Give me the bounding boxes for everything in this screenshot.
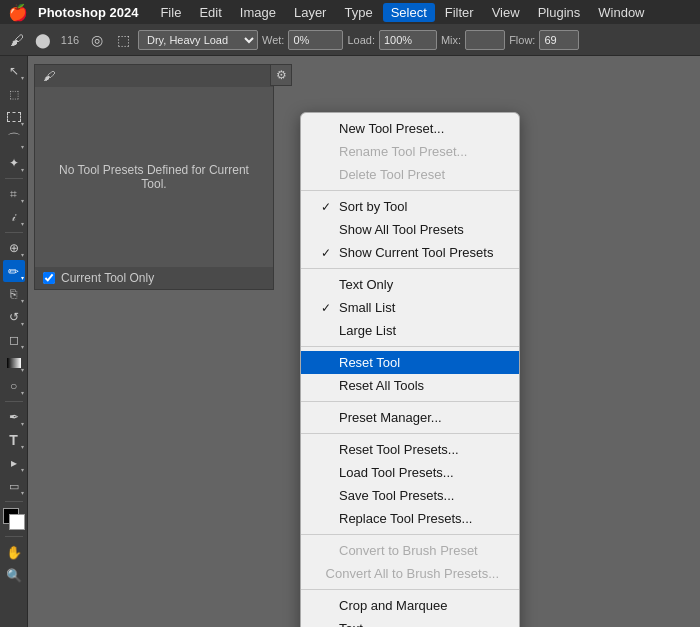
menu-reset-all-tools[interactable]: Reset All Tools — [301, 374, 519, 397]
color-swatch[interactable] — [3, 508, 25, 530]
current-tool-only-checkbox[interactable] — [43, 272, 55, 284]
wet-label: Wet: — [262, 34, 284, 46]
menu-select[interactable]: Select — [383, 3, 435, 22]
tool-brush[interactable]: ✏▾ — [3, 260, 25, 282]
menu-replace-tool-presets[interactable]: Replace Tool Presets... — [301, 507, 519, 530]
brush-hardness-icon[interactable]: ◎ — [86, 29, 108, 51]
menu-layer[interactable]: Layer — [286, 3, 335, 22]
menu-type[interactable]: Type — [336, 3, 380, 22]
gear-icon: ⚙ — [276, 68, 287, 82]
separator-1 — [301, 190, 519, 191]
menu-rename-tool-preset[interactable]: Rename Tool Preset... — [301, 140, 519, 163]
panel-footer: Current Tool Only — [35, 267, 273, 289]
tool-preset-panel: 🖌 No Tool Presets Defined for Current To… — [34, 64, 274, 290]
tool-type[interactable]: T▾ — [3, 429, 25, 451]
menu-convert-all-brush[interactable]: Convert All to Brush Presets... — [301, 562, 519, 585]
toolbar-separator-5 — [5, 536, 23, 537]
options-toolbar: 🖌 ⬤ 116 ◎ ⬚ Dry, Heavy Load Wet: Load: M… — [0, 24, 700, 56]
panel-header: 🖌 — [35, 65, 273, 87]
tool-shape[interactable]: ▭▾ — [3, 475, 25, 497]
menu-file[interactable]: File — [152, 3, 189, 22]
menu-sort-by-tool[interactable]: ✓ Sort by Tool — [301, 195, 519, 218]
tool-gradient[interactable]: ▾ — [3, 352, 25, 374]
tool-marquee[interactable]: ▾ — [3, 106, 25, 128]
menu-edit[interactable]: Edit — [191, 3, 229, 22]
tool-artboard[interactable]: ⬚ — [3, 83, 25, 105]
background-color[interactable] — [9, 514, 25, 530]
wet-input[interactable] — [288, 30, 343, 50]
apple-icon[interactable]: 🍎 — [8, 3, 28, 22]
menu-reset-tool-presets[interactable]: Reset Tool Presets... — [301, 438, 519, 461]
menu-window[interactable]: Window — [590, 3, 652, 22]
menu-reset-tool[interactable]: Reset Tool — [301, 351, 519, 374]
menu-plugins[interactable]: Plugins — [530, 3, 589, 22]
left-toolbar: ↖▾ ⬚ ▾ ⌒▾ ✦▾ ⌗▾ 𝒾▾ ⊕▾ ✏▾ ⎘▾ ↺ — [0, 56, 28, 627]
tool-clone-stamp[interactable]: ⎘▾ — [3, 283, 25, 305]
tool-hand[interactable]: ✋ — [3, 541, 25, 563]
separator-6 — [301, 534, 519, 535]
check-sort: ✓ — [321, 200, 335, 214]
tool-magic-wand[interactable]: ✦▾ — [3, 152, 25, 174]
brush-size-icon[interactable]: ⬤ — [32, 29, 54, 51]
brush-mode-icon[interactable]: ⬚ — [112, 29, 134, 51]
brush-icon: 🖌 — [43, 69, 55, 83]
mix-label: Mix: — [441, 34, 461, 46]
tool-path-selection[interactable]: ▸▾ — [3, 452, 25, 474]
tool-eyedropper[interactable]: 𝒾▾ — [3, 206, 25, 228]
load-label: Load: — [347, 34, 375, 46]
menu-text-only[interactable]: Text Only — [301, 273, 519, 296]
tool-preset-picker[interactable]: 🖌 — [6, 29, 28, 51]
separator-7 — [301, 589, 519, 590]
app-name: Photoshop 2024 — [38, 5, 138, 20]
separator-2 — [301, 268, 519, 269]
preset-dropdown[interactable]: Dry, Heavy Load — [138, 30, 258, 50]
brush-size-value: 116 — [58, 34, 82, 46]
toolbar-separator-1 — [5, 178, 23, 179]
main-area: ↖▾ ⬚ ▾ ⌒▾ ✦▾ ⌗▾ 𝒾▾ ⊕▾ ✏▾ ⎘▾ ↺ — [0, 56, 700, 627]
menu-delete-tool-preset[interactable]: Delete Tool Preset — [301, 163, 519, 186]
menu-image[interactable]: Image — [232, 3, 284, 22]
menu-small-list[interactable]: ✓ Small List — [301, 296, 519, 319]
toolbar-separator-4 — [5, 501, 23, 502]
toolbar-separator-2 — [5, 232, 23, 233]
menu-load-tool-presets[interactable]: Load Tool Presets... — [301, 461, 519, 484]
menu-show-all[interactable]: Show All Tool Presets — [301, 218, 519, 241]
tool-blur[interactable]: ○▾ — [3, 375, 25, 397]
tool-healing[interactable]: ⊕▾ — [3, 237, 25, 259]
toolbar-separator-3 — [5, 401, 23, 402]
menu-preset-manager[interactable]: Preset Manager... — [301, 406, 519, 429]
separator-5 — [301, 433, 519, 434]
tool-zoom[interactable]: 🔍 — [3, 564, 25, 586]
menu-crop-marquee[interactable]: Crop and Marquee — [301, 594, 519, 617]
check-small-list: ✓ — [321, 301, 335, 315]
panel-content: No Tool Presets Defined for Current Tool… — [35, 87, 273, 267]
no-presets-message: No Tool Presets Defined for Current Tool… — [45, 163, 263, 191]
flow-label: Flow: — [509, 34, 535, 46]
tool-history-brush[interactable]: ↺▾ — [3, 306, 25, 328]
menu-save-tool-presets[interactable]: Save Tool Presets... — [301, 484, 519, 507]
separator-4 — [301, 401, 519, 402]
context-menu: New Tool Preset... Rename Tool Preset...… — [300, 112, 520, 627]
menu-large-list[interactable]: Large List — [301, 319, 519, 342]
menu-filter[interactable]: Filter — [437, 3, 482, 22]
panel-options-button[interactable]: ⚙ — [270, 64, 292, 86]
separator-3 — [301, 346, 519, 347]
menubar: 🍎 Photoshop 2024 File Edit Image Layer T… — [0, 0, 700, 24]
menu-view[interactable]: View — [484, 3, 528, 22]
tool-eraser[interactable]: ◻▾ — [3, 329, 25, 351]
tool-lasso[interactable]: ⌒▾ — [3, 129, 25, 151]
check-show-current: ✓ — [321, 246, 335, 260]
load-input[interactable] — [379, 30, 437, 50]
tool-move[interactable]: ↖▾ — [3, 60, 25, 82]
menu-new-tool-preset[interactable]: New Tool Preset... — [301, 117, 519, 140]
menu-show-current[interactable]: ✓ Show Current Tool Presets — [301, 241, 519, 264]
tool-crop[interactable]: ⌗▾ — [3, 183, 25, 205]
tool-pen[interactable]: ✒▾ — [3, 406, 25, 428]
flow-input[interactable] — [539, 30, 579, 50]
mix-input[interactable] — [465, 30, 505, 50]
menu-convert-to-brush[interactable]: Convert to Brush Preset — [301, 539, 519, 562]
current-tool-only-label: Current Tool Only — [61, 271, 154, 285]
menu-text[interactable]: Text — [301, 617, 519, 627]
